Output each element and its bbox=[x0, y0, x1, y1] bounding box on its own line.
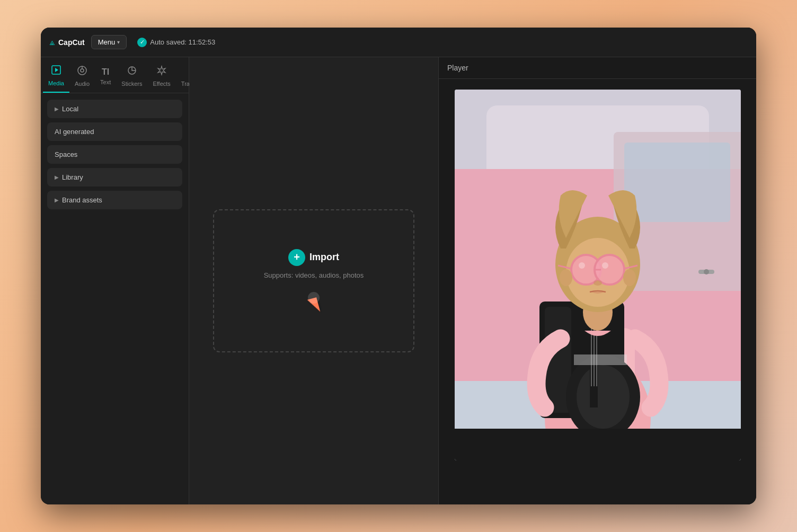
app-window: ⟁ CapCut Menu ▾ ✓ Auto saved: 11:52:53 bbox=[41, 28, 756, 504]
tab-effects[interactable]: Effects bbox=[147, 62, 175, 92]
tab-media[interactable]: Media bbox=[43, 61, 69, 93]
import-zone[interactable]: + Import Supports: videos, audios, photo… bbox=[213, 209, 414, 352]
tab-stickers[interactable]: Stickers bbox=[116, 62, 147, 92]
effects-icon bbox=[156, 65, 167, 78]
logo-area: ⟁ CapCut bbox=[49, 37, 85, 48]
sidebar-item-library[interactable]: ▶ Library bbox=[47, 168, 182, 187]
text-icon: TI bbox=[102, 67, 109, 77]
local-arrow-icon: ▶ bbox=[55, 106, 59, 112]
tab-audio-label: Audio bbox=[75, 81, 90, 87]
tab-text[interactable]: TI Text bbox=[95, 64, 116, 91]
brand-assets-arrow-icon: ▶ bbox=[55, 197, 59, 203]
svg-rect-40 bbox=[455, 429, 741, 460]
svg-rect-24 bbox=[574, 354, 627, 365]
tab-media-label: Media bbox=[48, 80, 64, 86]
player-content bbox=[439, 79, 756, 504]
menu-chevron-icon: ▾ bbox=[117, 39, 120, 45]
capcut-logo-icon: ⟁ bbox=[49, 37, 55, 48]
media-icon bbox=[51, 65, 61, 78]
tab-bar: Media Audio TI Text bbox=[41, 57, 189, 93]
library-arrow-icon: ▶ bbox=[55, 174, 59, 180]
player-panel: Player bbox=[438, 57, 756, 504]
sidebar-item-library-label: Library bbox=[62, 173, 83, 181]
content-area: + Import Supports: videos, audios, photo… bbox=[189, 57, 438, 504]
svg-point-37 bbox=[594, 280, 602, 286]
menu-label: Menu bbox=[98, 38, 116, 46]
tab-text-label: Text bbox=[100, 79, 111, 85]
logo-text: CapCut bbox=[58, 38, 85, 47]
stickers-icon bbox=[127, 65, 137, 78]
left-panel: Media Audio TI Text bbox=[41, 57, 189, 504]
sidebar-item-local-label: Local bbox=[62, 105, 78, 113]
svg-point-19 bbox=[577, 365, 630, 429]
sidebar-item-brand-assets-label: Brand assets bbox=[62, 196, 102, 204]
svg-marker-1 bbox=[55, 68, 58, 72]
sidebar-item-spaces-label: Spaces bbox=[55, 150, 77, 158]
sidebar-item-ai-generated[interactable]: AI generated bbox=[47, 122, 182, 141]
svg-point-3 bbox=[81, 69, 84, 72]
sidebar-item-spaces[interactable]: Spaces bbox=[47, 145, 182, 164]
svg-rect-11 bbox=[624, 143, 730, 222]
tab-audio[interactable]: Audio bbox=[69, 62, 95, 92]
top-bar: ⟁ CapCut Menu ▾ ✓ Auto saved: 11:52:53 bbox=[41, 28, 756, 57]
auto-saved-text: Auto saved: 11:52:53 bbox=[150, 38, 215, 46]
import-button[interactable]: + Import bbox=[288, 249, 339, 266]
import-plus-icon: + bbox=[288, 249, 305, 266]
svg-point-36 bbox=[602, 262, 608, 269]
sidebar-item-brand-assets[interactable]: ▶ Brand assets bbox=[47, 191, 182, 209]
menu-button[interactable]: Menu ▾ bbox=[91, 35, 127, 49]
player-header: Player bbox=[439, 57, 756, 79]
tab-effects-label: Effects bbox=[153, 81, 170, 87]
check-icon: ✓ bbox=[137, 38, 147, 47]
photo-svg bbox=[455, 90, 741, 460]
tab-stickers-label: Stickers bbox=[121, 81, 142, 87]
svg-point-13 bbox=[704, 269, 709, 274]
svg-point-38 bbox=[560, 269, 572, 286]
player-title: Player bbox=[447, 64, 468, 72]
sidebar-item-local[interactable]: ▶ Local bbox=[47, 100, 182, 118]
svg-point-35 bbox=[579, 262, 585, 269]
import-subtitle: Supports: videos, audios, photos bbox=[264, 271, 364, 279]
main-layout: Media Audio TI Text bbox=[41, 57, 756, 504]
audio-icon bbox=[77, 65, 87, 78]
player-image bbox=[455, 90, 741, 460]
sidebar-item-ai-generated-label: AI generated bbox=[55, 128, 94, 136]
import-label: Import bbox=[309, 252, 339, 263]
auto-saved-indicator: ✓ Auto saved: 11:52:53 bbox=[137, 38, 215, 47]
svg-point-39 bbox=[623, 269, 636, 286]
sidebar-nav: ▶ Local AI generated Spaces ▶ Library ▶ … bbox=[41, 93, 189, 504]
